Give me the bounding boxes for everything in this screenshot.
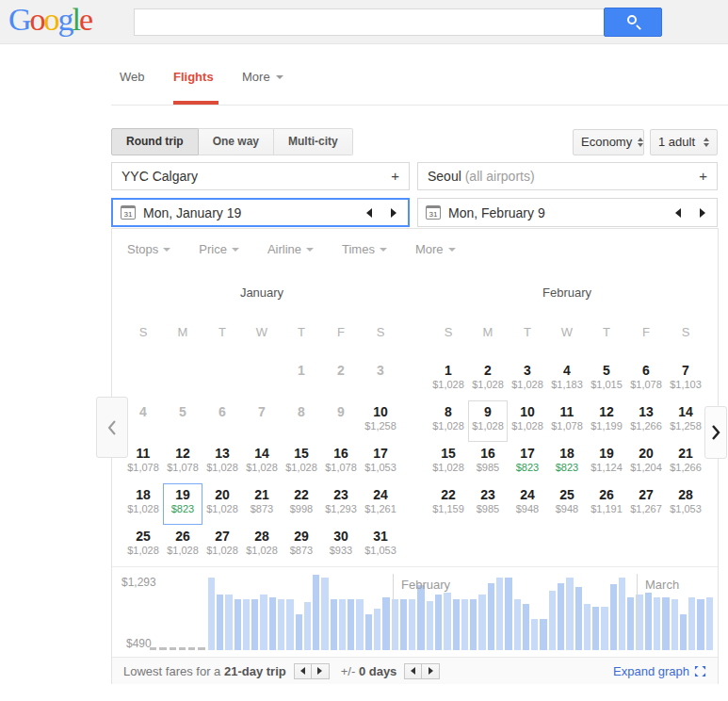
calendar-day[interactable]: 22$1,159	[429, 483, 468, 525]
calendar-day[interactable]: 12$1,078	[163, 442, 202, 483]
fare-bar[interactable]	[278, 599, 284, 650]
google-logo[interactable]: Google	[8, 2, 91, 38]
calendar-day[interactable]: 10$1,258	[361, 400, 400, 442]
calendar-day[interactable]: 14$1,258	[666, 400, 705, 442]
fare-bar[interactable]	[208, 578, 215, 650]
fare-bar[interactable]	[549, 591, 556, 650]
fare-bar[interactable]	[654, 597, 660, 650]
fare-bar[interactable]	[304, 602, 311, 650]
calendar-day[interactable]: 6$1,078	[626, 359, 666, 400]
calendar-day[interactable]: 4$1,183	[547, 359, 587, 400]
calendar-day[interactable]: 1$1,028	[429, 359, 468, 400]
fare-bar[interactable]	[697, 599, 704, 650]
fare-bar[interactable]	[286, 599, 293, 650]
fare-bar[interactable]	[382, 597, 389, 650]
fare-bar[interactable]	[427, 601, 433, 650]
fare-bar[interactable]	[566, 578, 573, 650]
calendar-day[interactable]: 23$985	[468, 483, 508, 525]
filter-stops[interactable]: Stops	[127, 242, 170, 256]
calendar-day[interactable]: 24$1,261	[361, 483, 400, 525]
fare-bar[interactable]	[540, 619, 546, 650]
search-button[interactable]	[604, 8, 662, 37]
fare-bar[interactable]	[488, 583, 494, 650]
calendar-day[interactable]: 24$948	[508, 483, 547, 525]
filter-more[interactable]: More	[415, 242, 456, 256]
one-way-button[interactable]: One way	[199, 128, 274, 155]
calendar-day[interactable]: 21$1,266	[666, 442, 705, 483]
calendar-day[interactable]: 10$1,028	[508, 400, 547, 442]
fare-bar[interactable]	[558, 583, 564, 650]
fare-bar[interactable]	[645, 593, 652, 650]
round-trip-button[interactable]: Round trip	[111, 128, 199, 155]
fare-bar[interactable]	[523, 604, 529, 650]
fare-bar[interactable]	[470, 599, 477, 650]
fare-bar[interactable]	[243, 599, 250, 650]
fare-bar[interactable]	[296, 614, 302, 650]
calendar-day[interactable]: 19$823	[163, 483, 202, 525]
calendar-day[interactable]: 23$1,293	[321, 483, 361, 525]
fare-bar[interactable]	[400, 599, 407, 650]
calendar-day[interactable]: 17$1,053	[361, 442, 400, 483]
previous-month-button[interactable]	[96, 397, 128, 458]
fare-bar[interactable]	[339, 599, 346, 650]
fare-bar[interactable]	[592, 607, 599, 650]
expand-graph-link[interactable]: Expand graph	[613, 664, 706, 678]
fare-bar[interactable]	[584, 604, 590, 650]
fare-bar[interactable]	[217, 595, 223, 650]
calendar-day[interactable]: 27$1,028	[202, 525, 242, 566]
cabin-class-select[interactable]: Economy	[573, 129, 644, 155]
calendar-day[interactable]: 31$1,053	[361, 525, 400, 566]
fare-bar[interactable]	[409, 599, 415, 650]
fare-bar[interactable]	[348, 599, 354, 650]
filter-airline[interactable]: Airline	[267, 242, 314, 256]
tab-web[interactable]: Web	[120, 70, 145, 84]
calendar-day[interactable]: 17$823	[508, 442, 547, 483]
calendar-day[interactable]: 25$1,028	[123, 525, 163, 566]
fare-bar[interactable]	[671, 599, 678, 650]
fare-bar[interactable]	[260, 595, 267, 650]
return-date-field[interactable]: 31 Mon, February 9	[417, 198, 718, 227]
fare-bar[interactable]	[619, 578, 625, 650]
prev-day-arrow[interactable]	[675, 208, 681, 218]
fare-bar[interactable]	[269, 597, 276, 650]
calendar-day[interactable]: 16$1,078	[321, 442, 361, 483]
calendar-day[interactable]: 25$948	[547, 483, 587, 525]
calendar-day[interactable]: 7$1,103	[666, 359, 705, 400]
calendar-day[interactable]: 5$1,015	[587, 359, 626, 400]
calendar-day[interactable]: 3$1,028	[508, 359, 547, 400]
next-month-button[interactable]	[704, 406, 727, 459]
flex-days-increase-button[interactable]	[422, 663, 440, 679]
fare-bar[interactable]	[453, 599, 460, 650]
search-input[interactable]	[134, 8, 604, 36]
calendar-day[interactable]: 16$985	[468, 442, 508, 483]
fare-bar[interactable]	[251, 599, 258, 650]
next-day-arrow[interactable]	[391, 208, 396, 218]
calendar-day[interactable]: 13$1,266	[626, 400, 666, 442]
fare-bar[interactable]	[374, 609, 380, 650]
fare-bar[interactable]	[514, 599, 521, 650]
flex-days-decrease-button[interactable]	[404, 663, 422, 679]
filter-times[interactable]: Times	[342, 242, 387, 256]
fare-bar[interactable]	[321, 578, 328, 650]
calendar-day[interactable]: 11$1,078	[547, 400, 587, 442]
fare-bar[interactable]	[627, 597, 634, 650]
calendar-day[interactable]: 20$1,204	[626, 442, 666, 483]
departure-date-field[interactable]: 31 Mon, January 19	[111, 198, 410, 227]
calendar-day[interactable]: 29$873	[282, 525, 321, 566]
fare-bar[interactable]	[356, 599, 363, 650]
calendar-day[interactable]: 26$1,191	[587, 483, 626, 525]
calendar-day[interactable]: 28$1,028	[242, 525, 282, 566]
fare-bar[interactable]	[688, 597, 695, 650]
trip-length-increase-button[interactable]	[312, 663, 330, 679]
calendar-day[interactable]: 18$823	[547, 442, 587, 483]
fare-bar[interactable]	[461, 599, 468, 650]
add-destination-button[interactable]: +	[699, 163, 707, 189]
fare-bar[interactable]	[496, 578, 503, 650]
calendar-day[interactable]: 19$1,124	[587, 442, 626, 483]
fare-bar[interactable]	[706, 597, 713, 650]
multi-city-button[interactable]: Multi-city	[274, 128, 353, 155]
calendar-day[interactable]: 14$1,028	[242, 442, 282, 483]
fare-bar[interactable]	[313, 575, 319, 650]
fare-bar[interactable]	[662, 597, 669, 650]
calendar-day[interactable]: 9$1,028	[468, 400, 508, 442]
